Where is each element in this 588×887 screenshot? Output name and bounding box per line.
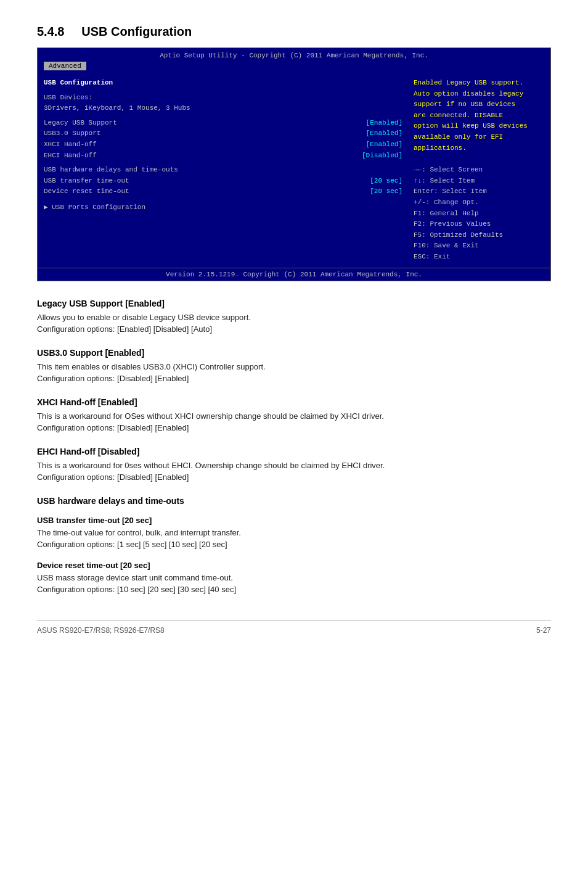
bios-left-panel: USB Configuration USB Devices: 3Drivers,… [44, 78, 402, 263]
bios-help-line-1: Enabled Legacy USB support. [414, 78, 544, 89]
bios-nav-enter: Enter: Select Item [414, 186, 544, 197]
bios-legacy-usb-value: [Enabled] [366, 118, 402, 129]
bios-usb30-label: USB3.0 Support [44, 128, 100, 139]
bios-transfer-timeout-value: [20 sec] [370, 176, 402, 187]
bios-transfer-timeout-label: USB transfer time-out [44, 176, 129, 187]
doc-ehci-title: EHCI Hand-off [Disabled] [37, 447, 551, 456]
doc-transfer-timeout-body: The time-out value for control, bulk, an… [37, 527, 551, 551]
bios-usb-ports-label: ▶ USB Ports Configuration [44, 204, 145, 211]
bios-reset-timeout-label: Device reset time-out [44, 186, 129, 197]
doc-usb30-body: This item enables or disables USB3.0 (XH… [37, 361, 551, 385]
bios-ehci-value: [Disabled] [362, 151, 402, 162]
doc-xhci: XHCI Hand-off [Enabled] This is a workar… [37, 397, 551, 434]
bios-help-line-6: available only for EFI [414, 132, 544, 143]
section-title: 5.4.8 USB Configuration [37, 25, 551, 39]
doc-legacy-usb-body: Allows you to enable or disable Legacy U… [37, 311, 551, 336]
doc-delays-section: USB hardware delays and time-outs USB tr… [37, 496, 551, 596]
footer-left: ASUS RS920-E7/RS8; RS926-E7/RS8 [37, 626, 165, 635]
doc-sections: Legacy USB Support [Enabled] Allows you … [37, 299, 551, 596]
bios-nav-f5: F5: Optimized Defaults [414, 230, 544, 241]
bios-xhci-value: [Enabled] [366, 139, 402, 151]
doc-delays-title: USB hardware delays and time-outs [37, 496, 551, 506]
doc-reset-timeout-body: USB mass storage device start unit comma… [37, 572, 551, 596]
bios-nav-f2: F2: Previous Values [414, 219, 544, 230]
bios-delays-section: USB hardware delays and time-outs USB tr… [44, 165, 402, 197]
bios-devices-section: USB Devices: 3Drivers, 1Keyboard, 1 Mous… [44, 93, 402, 114]
bios-row-transfer-timeout[interactable]: USB transfer time-out [20 sec] [44, 176, 402, 187]
bios-nav-f1: F1: General Help [414, 208, 544, 220]
bios-row-usb30[interactable]: USB3.0 Support [Enabled] [44, 128, 402, 139]
bios-reset-timeout-value: [20 sec] [370, 186, 402, 197]
bios-row-xhci[interactable]: XHCI Hand-off [Enabled] [44, 139, 402, 151]
bios-tab-bar: Advanced [38, 60, 550, 73]
bios-usb-config-label: USB Configuration [44, 78, 402, 89]
bios-help-line-2: Auto option disables legacy [414, 89, 544, 100]
bios-right-panel: Enabled Legacy USB support. Auto option … [409, 78, 544, 263]
bios-screen: Aptio Setup Utility - Copyright (C) 2011… [37, 47, 551, 281]
bios-usb-ports-row[interactable]: ▶ USB Ports Configuration [44, 202, 402, 213]
bios-footer-text: Version 2.15.1219. Copyright (C) 2011 Am… [166, 271, 422, 278]
doc-usb30-title: USB3.0 Support [Enabled] [37, 348, 551, 358]
bios-row-reset-timeout[interactable]: Device reset time-out [20 sec] [44, 186, 402, 197]
bios-tab-advanced[interactable]: Advanced [44, 62, 86, 70]
section-title-text: USB Configuration [81, 25, 192, 38]
bios-help-text: Enabled Legacy USB support. Auto option … [414, 78, 544, 154]
bios-header: Aptio Setup Utility - Copyright (C) 2011… [38, 48, 550, 60]
bios-devices-label: USB Devices: [44, 94, 92, 101]
bios-row-ehci[interactable]: EHCI Hand-off [Disabled] [44, 151, 402, 162]
doc-ehci: EHCI Hand-off [Disabled] This is a worka… [37, 447, 551, 484]
doc-reset-timeout-title: Device reset time-out [20 sec] [37, 561, 551, 570]
bios-header-text: Aptio Setup Utility - Copyright (C) 2011… [160, 52, 428, 59]
bios-devices-value: 3Drivers, 1Keyboard, 1 Mouse, 3 Hubs [44, 104, 190, 112]
doc-legacy-usb: Legacy USB Support [Enabled] Allows you … [37, 299, 551, 336]
bios-xhci-label: XHCI Hand-off [44, 139, 97, 151]
bios-row-legacy-usb[interactable]: Legacy USB Support [Enabled] [44, 118, 402, 129]
bios-help-line-5: option will keep USB devices [414, 121, 544, 132]
section-number: 5.4.8 [37, 25, 64, 38]
bios-ehci-label: EHCI Hand-off [44, 151, 97, 162]
doc-transfer-timeout: USB transfer time-out [20 sec] The time-… [37, 516, 551, 551]
bios-navigation-help: →←: Select Screen ↑↓: Select Item Enter:… [414, 165, 544, 262]
bios-body: USB Configuration USB Devices: 3Drivers,… [38, 73, 550, 268]
doc-legacy-usb-title: Legacy USB Support [Enabled] [37, 299, 551, 308]
bios-legacy-usb-label: Legacy USB Support [44, 118, 117, 129]
bios-nav-esc: ESC: Exit [414, 252, 544, 263]
doc-xhci-title: XHCI Hand-off [Enabled] [37, 397, 551, 407]
bios-help-line-3: support if no USB devices [414, 99, 544, 110]
bios-footer: Version 2.15.1219. Copyright (C) 2011 Am… [38, 268, 550, 281]
doc-usb30: USB3.0 Support [Enabled] This item enabl… [37, 348, 551, 385]
footer-right: 5-27 [536, 626, 551, 635]
bios-nav-f10: F10: Save & Exit [414, 241, 544, 252]
bios-usb30-value: [Enabled] [366, 128, 402, 139]
bios-delays-label: USB hardware delays and time-outs [44, 166, 178, 173]
bios-settings-rows: Legacy USB Support [Enabled] USB3.0 Supp… [44, 118, 402, 161]
doc-ehci-body: This is a workaround for 0ses without EH… [37, 460, 551, 484]
doc-xhci-body: This is a workaround for OSes without XH… [37, 410, 551, 434]
bios-help-line-4: are connected. DISABLE [414, 110, 544, 122]
bios-help-line-7: applications. [414, 143, 544, 154]
page-footer: ASUS RS920-E7/RS8; RS926-E7/RS8 5-27 [37, 621, 551, 635]
doc-reset-timeout: Device reset time-out [20 sec] USB mass … [37, 561, 551, 596]
bios-nav-select-item: ↑↓: Select Item [414, 176, 544, 187]
doc-transfer-timeout-title: USB transfer time-out [20 sec] [37, 516, 551, 525]
bios-nav-change-opt: +/-: Change Opt. [414, 197, 544, 208]
bios-nav-select-screen: →←: Select Screen [414, 165, 544, 176]
